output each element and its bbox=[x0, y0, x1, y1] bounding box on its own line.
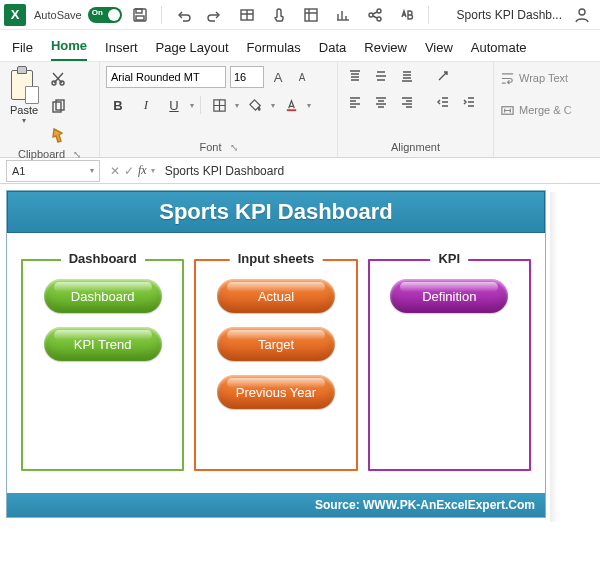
tab-automate[interactable]: Automate bbox=[471, 40, 527, 61]
svg-point-6 bbox=[377, 9, 381, 13]
svg-rect-14 bbox=[286, 109, 295, 111]
shrink-font-icon[interactable]: A bbox=[292, 72, 312, 83]
panel-legend: Dashboard bbox=[61, 251, 145, 266]
group-label-alignment: Alignment bbox=[391, 141, 440, 153]
tab-review[interactable]: Review bbox=[364, 40, 407, 61]
cut-icon[interactable] bbox=[46, 68, 70, 90]
tab-formulas[interactable]: Formulas bbox=[247, 40, 301, 61]
align-top-icon[interactable] bbox=[344, 66, 366, 86]
underline-button[interactable]: U bbox=[162, 94, 186, 116]
merge-center-button[interactable]: Merge & C bbox=[500, 98, 594, 122]
fx-icon[interactable]: fx bbox=[138, 163, 147, 178]
italic-button[interactable]: I bbox=[134, 94, 158, 116]
borders-icon[interactable] bbox=[207, 94, 231, 116]
dashboard-card: Sports KPI Dashboard DashboardDashboardK… bbox=[6, 190, 546, 518]
bold-button[interactable]: B bbox=[106, 94, 130, 116]
ribbon: Paste ▾ Clipboard⤡ A A B I U ▾ bbox=[0, 62, 600, 158]
tab-insert[interactable]: Insert bbox=[105, 40, 138, 61]
redo-icon[interactable] bbox=[201, 2, 229, 28]
worksheet-area[interactable]: Sports KPI Dashboard DashboardDashboardK… bbox=[0, 184, 600, 582]
panel-legend: KPI bbox=[430, 251, 468, 266]
excel-logo-icon: X bbox=[4, 4, 26, 26]
group-clipboard: Paste ▾ Clipboard⤡ bbox=[0, 62, 100, 157]
qt-chart-icon[interactable] bbox=[329, 2, 357, 28]
undo-icon[interactable] bbox=[169, 2, 197, 28]
align-center-icon[interactable] bbox=[370, 92, 392, 112]
decrease-indent-icon[interactable] bbox=[432, 92, 454, 112]
qt-pivot-icon[interactable] bbox=[297, 2, 325, 28]
ribbon-tabs: File Home Insert Page Layout Formulas Da… bbox=[0, 30, 600, 62]
qt-spelling-icon[interactable] bbox=[393, 2, 421, 28]
group-label-clipboard: Clipboard bbox=[18, 148, 65, 160]
qt-touch-icon[interactable] bbox=[265, 2, 293, 28]
group-alignment: Alignment bbox=[338, 62, 494, 157]
font-launcher-icon[interactable]: ⤡ bbox=[230, 142, 238, 153]
align-left-icon[interactable] bbox=[344, 92, 366, 112]
paste-button[interactable]: Paste ▾ bbox=[6, 66, 42, 125]
name-box[interactable]: A1 ▾ bbox=[6, 160, 100, 182]
svg-point-7 bbox=[377, 17, 381, 21]
svg-point-5 bbox=[369, 13, 373, 17]
nav-button-dashboard[interactable]: Dashboard bbox=[44, 279, 162, 313]
panel-kpi: KPIDefinition bbox=[368, 259, 531, 471]
fill-color-icon[interactable] bbox=[243, 94, 267, 116]
format-painter-icon[interactable] bbox=[46, 124, 70, 146]
tab-file[interactable]: File bbox=[12, 40, 33, 61]
nav-button-actual[interactable]: Actual bbox=[217, 279, 335, 313]
group-font: A A B I U ▾ ▾ ▾ ▾ Font⤡ bbox=[100, 62, 338, 157]
increase-indent-icon[interactable] bbox=[458, 92, 480, 112]
paste-icon bbox=[9, 66, 39, 104]
qt-share-icon[interactable] bbox=[361, 2, 389, 28]
align-middle-icon[interactable] bbox=[370, 66, 392, 86]
group-wrap-merge: Wrap Text Merge & C bbox=[494, 62, 600, 157]
font-size-input[interactable] bbox=[230, 66, 264, 88]
svg-rect-2 bbox=[136, 16, 144, 20]
document-title: Sports KPI Dashb... bbox=[457, 8, 568, 22]
clipboard-launcher-icon[interactable]: ⤡ bbox=[73, 149, 81, 160]
dashboard-title: Sports KPI Dashboard bbox=[7, 191, 545, 233]
svg-rect-4 bbox=[305, 9, 317, 21]
nav-button-target[interactable]: Target bbox=[217, 327, 335, 361]
orientation-icon[interactable] bbox=[432, 66, 454, 86]
group-label-font: Font bbox=[199, 141, 221, 153]
dashboard-footer: Source: WWW.PK-AnExcelExpert.Com bbox=[7, 493, 545, 517]
panel-legend: Input sheets bbox=[230, 251, 323, 266]
tab-view[interactable]: View bbox=[425, 40, 453, 61]
account-icon[interactable] bbox=[572, 5, 592, 25]
copy-icon[interactable] bbox=[46, 96, 70, 118]
qt-table-icon[interactable] bbox=[233, 2, 261, 28]
tab-page-layout[interactable]: Page Layout bbox=[156, 40, 229, 61]
nav-button-definition[interactable]: Definition bbox=[390, 279, 508, 313]
font-color-icon[interactable] bbox=[279, 94, 303, 116]
autosave-toggle[interactable]: On bbox=[88, 7, 122, 23]
font-name-input[interactable] bbox=[106, 66, 226, 88]
panel-dashboard: DashboardDashboardKPI Trend bbox=[21, 259, 184, 471]
cancel-formula-icon[interactable]: ✕ bbox=[110, 164, 120, 178]
tab-data[interactable]: Data bbox=[319, 40, 346, 61]
title-bar: X AutoSave On Sports KPI Dashb... bbox=[0, 0, 600, 30]
nav-button-kpi-trend[interactable]: KPI Trend bbox=[44, 327, 162, 361]
nav-button-previous-year[interactable]: Previous Year bbox=[217, 375, 335, 409]
grow-font-icon[interactable]: A bbox=[268, 70, 288, 85]
save-icon[interactable] bbox=[126, 2, 154, 28]
panel-input-sheets: Input sheetsActualTargetPrevious Year bbox=[194, 259, 357, 471]
align-bottom-icon[interactable] bbox=[396, 66, 418, 86]
align-right-icon[interactable] bbox=[396, 92, 418, 112]
svg-rect-1 bbox=[136, 9, 142, 13]
wrap-text-button[interactable]: Wrap Text bbox=[500, 66, 594, 90]
autosave-label: AutoSave bbox=[34, 9, 82, 21]
formula-input[interactable] bbox=[159, 160, 600, 182]
svg-point-8 bbox=[579, 9, 585, 15]
enter-formula-icon[interactable]: ✓ bbox=[124, 164, 134, 178]
tab-home[interactable]: Home bbox=[51, 38, 87, 61]
